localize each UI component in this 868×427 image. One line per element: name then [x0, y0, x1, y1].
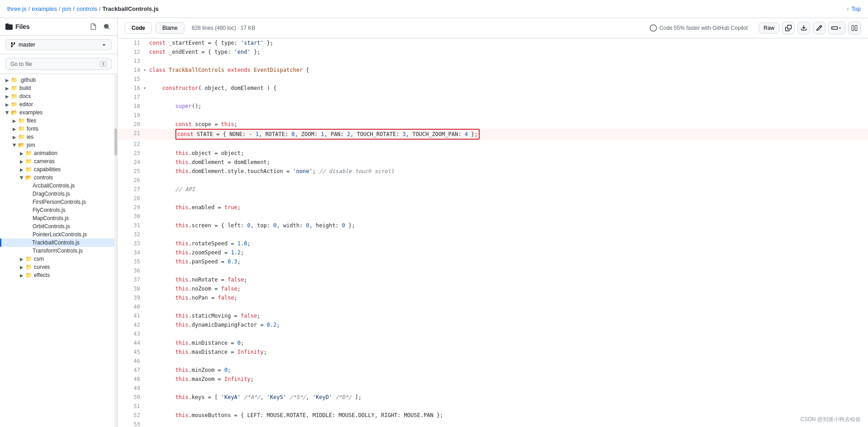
line-number[interactable]: 41: [118, 311, 140, 320]
sidebar-item-firstperson[interactable]: FirstPersonControls.js: [0, 198, 114, 206]
split-view-button[interactable]: [848, 22, 861, 34]
copy-button[interactable]: [782, 22, 795, 34]
line-number[interactable]: 37: [118, 275, 140, 284]
item-label: csm: [34, 256, 44, 262]
sidebar-item-map[interactable]: MapControls.js: [0, 214, 114, 222]
line-number[interactable]: 30: [118, 212, 140, 221]
line-number[interactable]: 22: [118, 140, 140, 149]
breadcrumb-link-3[interactable]: controls: [76, 5, 97, 12]
sidebar-item-editor[interactable]: ▶ 📁 editor: [0, 100, 114, 108]
sidebar-item-controls[interactable]: ▶ 📂 controls: [0, 174, 114, 182]
blame-tab[interactable]: Blame: [156, 22, 184, 34]
sidebar-item-csm[interactable]: ▶ 📁 csm: [0, 255, 114, 263]
line-number[interactable]: 18: [118, 102, 140, 111]
expand-cell[interactable]: ▾: [140, 66, 149, 75]
chevron-right-icon: ▶: [18, 273, 25, 278]
sidebar-item-github[interactable]: ▶ 📁 .github: [0, 76, 114, 84]
line-number[interactable]: 40: [118, 302, 140, 311]
sidebar-item-jsm[interactable]: ▶ 📂 jsm: [0, 141, 114, 149]
table-row: 19: [118, 111, 868, 120]
line-number[interactable]: 12: [118, 47, 140, 56]
raw-button[interactable]: Raw: [759, 23, 779, 33]
line-number[interactable]: 20: [118, 120, 140, 129]
code-cell: this.dynamicDampingFactor = 0.2;: [149, 320, 868, 329]
line-number[interactable]: 47: [118, 366, 140, 375]
sidebar-item-examples[interactable]: ▶ 📂 examples: [0, 108, 114, 117]
breadcrumb-link-0[interactable]: three.js: [7, 5, 27, 12]
top-link[interactable]: ↑ Top: [847, 5, 861, 12]
line-number[interactable]: 29: [118, 203, 140, 212]
line-number[interactable]: 39: [118, 293, 140, 302]
line-number[interactable]: 19: [118, 111, 140, 120]
line-number[interactable]: 28: [118, 194, 140, 203]
sidebar-item-docs[interactable]: ▶ 📁 docs: [0, 92, 114, 100]
search-button[interactable]: [102, 22, 112, 32]
line-number[interactable]: 46: [118, 357, 140, 366]
line-number[interactable]: 13: [118, 56, 140, 66]
sidebar-item-trackball[interactable]: TrackballControls.js: [0, 239, 114, 247]
breadcrumb-link-1[interactable]: examples: [32, 5, 57, 12]
sidebar-item-cameras[interactable]: ▶ 📁 cameras: [0, 157, 114, 165]
line-number[interactable]: 35: [118, 257, 140, 266]
line-number[interactable]: 31: [118, 221, 140, 230]
line-number[interactable]: 50: [118, 393, 140, 402]
expand-cell[interactable]: ▾: [140, 84, 149, 93]
sidebar-scrollbar[interactable]: [114, 74, 117, 427]
line-number[interactable]: 16: [118, 84, 140, 93]
line-number[interactable]: 27: [118, 185, 140, 194]
sidebar-item-effects[interactable]: ▶ 📁 effects: [0, 271, 114, 279]
line-number[interactable]: 43: [118, 329, 140, 338]
sidebar-item-build[interactable]: ▶ 📁 build: [0, 84, 114, 92]
sidebar-item-fly[interactable]: FlyControls.js: [0, 206, 114, 214]
sidebar-item-fonts[interactable]: ▶ 📁 fonts: [0, 125, 114, 133]
sidebar-item-animation[interactable]: ▶ 📁 animation: [0, 149, 114, 157]
expand-cell: [140, 194, 149, 203]
line-number[interactable]: 32: [118, 230, 140, 239]
sidebar-scrollbar-thumb[interactable]: [114, 128, 117, 155]
line-number[interactable]: 38: [118, 284, 140, 293]
line-number[interactable]: 26: [118, 176, 140, 185]
line-number[interactable]: 33: [118, 239, 140, 248]
sidebar-item-transform[interactable]: TransformControls.js: [0, 247, 114, 255]
line-number[interactable]: 14: [118, 66, 140, 75]
sidebar-item-drag[interactable]: DragControls.js: [0, 190, 114, 198]
sidebar-item-arcball[interactable]: ArcballControls.js: [0, 182, 114, 190]
sidebar-item-capabilities[interactable]: ▶ 📁 capabilities: [0, 165, 114, 174]
expand-cell: [140, 338, 149, 347]
add-file-button[interactable]: [88, 22, 98, 32]
go-to-file-button[interactable]: Go to file t: [5, 58, 112, 70]
copilot-icon: [650, 24, 657, 32]
line-number[interactable]: 51: [118, 402, 140, 411]
line-number[interactable]: 23: [118, 149, 140, 158]
branch-button[interactable]: master: [5, 39, 112, 50]
line-number[interactable]: 17: [118, 93, 140, 102]
line-number[interactable]: 11: [118, 38, 140, 47]
line-number[interactable]: 34: [118, 248, 140, 257]
line-number[interactable]: 45: [118, 347, 140, 357]
expand-cell: [140, 302, 149, 311]
sidebar-item-ies[interactable]: ▶ 📁 ies: [0, 133, 114, 141]
line-number[interactable]: 44: [118, 338, 140, 347]
line-number[interactable]: 48: [118, 375, 140, 384]
code-tab[interactable]: Code: [125, 22, 152, 34]
table-row: 13: [118, 56, 868, 66]
line-number[interactable]: 24: [118, 158, 140, 167]
breadcrumb-link-2[interactable]: jsm: [62, 5, 71, 12]
line-number[interactable]: 42: [118, 320, 140, 329]
code-cell: super();: [149, 102, 868, 111]
more-options-button[interactable]: [828, 22, 845, 34]
sidebar-item-orbit[interactable]: OrbitControls.js: [0, 222, 114, 230]
sidebar-item-files[interactable]: ▶ 📁 files: [0, 117, 114, 125]
line-number[interactable]: 21: [118, 129, 140, 140]
table-row: 52 this.mouseButtons = { LEFT: MOUSE.ROT…: [118, 411, 868, 420]
download-button[interactable]: [797, 22, 810, 34]
sidebar-item-curves[interactable]: ▶ 📁 curves: [0, 263, 114, 271]
edit-button[interactable]: [813, 22, 826, 34]
line-number[interactable]: 36: [118, 266, 140, 275]
line-number[interactable]: 53: [118, 420, 140, 427]
line-number[interactable]: 52: [118, 411, 140, 420]
line-number[interactable]: 15: [118, 75, 140, 84]
line-number[interactable]: 49: [118, 384, 140, 393]
line-number[interactable]: 25: [118, 167, 140, 176]
sidebar-item-pointerlock[interactable]: PointerLockControls.js: [0, 230, 114, 239]
